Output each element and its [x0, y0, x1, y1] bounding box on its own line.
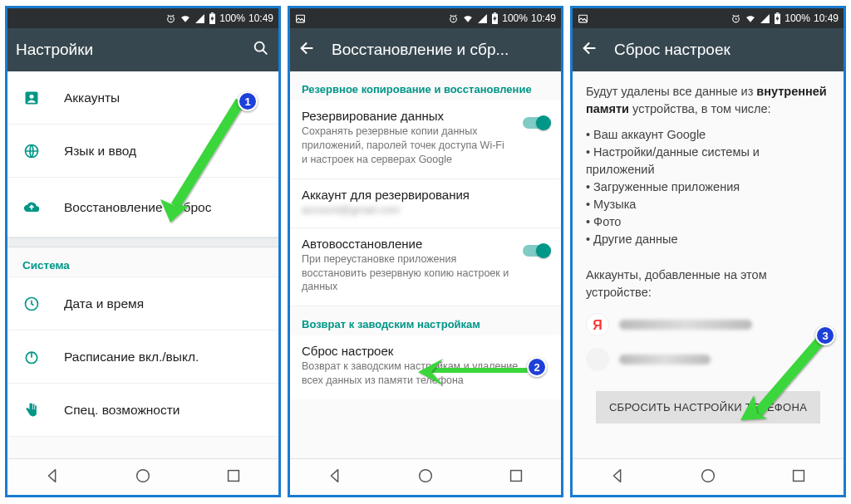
svg-rect-20: [776, 12, 779, 13]
switch-backup[interactable]: [523, 115, 551, 130]
status-bar: 100% 10:49: [573, 8, 844, 28]
back-icon[interactable]: [298, 39, 317, 61]
nav-bar: [573, 458, 844, 495]
settings-row-accessibility[interactable]: Спец. возможности: [7, 384, 278, 437]
section-header-system: Система: [7, 247, 278, 277]
item-autorestore[interactable]: Автовосстановление При переустановке при…: [290, 228, 561, 307]
nav-home-icon[interactable]: [699, 467, 717, 488]
switch-autorestore[interactable]: [523, 243, 551, 258]
power-icon: [22, 349, 41, 365]
battery-percent: 100%: [502, 12, 528, 24]
intro-text-1: Будут удалены все данные из: [586, 85, 756, 98]
list-item: Фото: [586, 213, 830, 231]
clock-text: 10:49: [814, 12, 839, 24]
wifi-icon: [180, 13, 191, 24]
svg-rect-14: [494, 12, 496, 13]
yandex-avatar-icon: Я: [586, 313, 609, 336]
nav-back-icon[interactable]: [326, 467, 344, 488]
svg-point-9: [137, 469, 150, 482]
item-desc: Возврат к заводским настройкам и удалени…: [302, 360, 549, 388]
item-title: Сброс настроек: [302, 344, 549, 358]
clock-text: 10:49: [531, 12, 556, 24]
battery-percent: 100%: [785, 12, 810, 24]
nav-home-icon[interactable]: [134, 467, 152, 488]
signal-icon: [194, 13, 205, 24]
reset-confirm-content: Будут удалены все данные из внутренней п…: [573, 71, 844, 458]
svg-point-3: [255, 42, 264, 51]
item-title: Автовосстановление: [302, 237, 549, 251]
nav-back-icon[interactable]: [608, 467, 627, 488]
section-divider: [7, 237, 278, 247]
avatar-icon: [586, 348, 609, 371]
annotation-badge-3: 3: [815, 325, 835, 345]
battery-icon: [774, 12, 781, 24]
account-row: Я: [586, 313, 830, 336]
settings-list: Аккаунты Язык и ввод Восстановление и сб…: [7, 71, 278, 458]
phone-screen-2: 100% 10:49 Восстановление и сбр... Резер…: [288, 6, 563, 497]
svg-rect-2: [211, 12, 214, 13]
svg-rect-16: [510, 470, 521, 481]
app-bar: Сброс настроек: [573, 28, 844, 71]
list-item: Ваш аккаунт Google: [586, 126, 830, 144]
battery-percent: 100%: [219, 12, 245, 24]
reset-phone-button[interactable]: СБРОСИТЬ НАСТРОЙКИ ТЕЛЕФОНА: [596, 391, 820, 423]
nav-recent-icon[interactable]: [224, 467, 243, 488]
nav-back-icon[interactable]: [43, 467, 61, 488]
account-row: [586, 348, 830, 371]
battery-icon: [491, 12, 499, 24]
alarm-icon: [165, 13, 176, 24]
annotation-badge-2: 2: [527, 357, 547, 377]
phone-screen-3: 100% 10:49 Сброс настроек Будут удалены …: [570, 6, 846, 497]
item-backup-data[interactable]: Резервирование данных Сохранять резервны…: [290, 100, 561, 179]
list-item: Другие данные: [586, 231, 830, 248]
item-desc: Сохранять резервные копии данных приложе…: [302, 125, 549, 167]
svg-point-5: [30, 94, 34, 98]
settings-row-schedule[interactable]: Расписание вкл./выкл.: [7, 330, 278, 384]
item-desc: При переустановке приложения восстановит…: [302, 252, 549, 295]
search-icon[interactable]: [252, 39, 270, 61]
account-icon: [22, 90, 41, 106]
image-icon: [295, 13, 306, 24]
app-bar: Восстановление и сбр...: [290, 28, 561, 71]
wifi-icon: [462, 13, 474, 24]
item-title: Резервирование данных: [302, 109, 549, 123]
status-bar: 100% 10:49: [7, 8, 278, 28]
blurred-email: [619, 320, 752, 330]
settings-row-datetime[interactable]: Дата и время: [7, 277, 278, 330]
item-backup-account[interactable]: Аккаунт для резервирования account@gmail…: [290, 179, 561, 228]
clock-icon: [22, 296, 41, 312]
page-title: Настройки: [16, 41, 237, 59]
annotation-badge-1: 1: [238, 91, 258, 111]
blurred-account: account@gmail.com: [302, 203, 549, 216]
blurred-email: [619, 355, 711, 365]
settings-row-language[interactable]: Язык и ввод: [7, 125, 278, 178]
hand-icon: [22, 402, 41, 418]
nav-home-icon[interactable]: [416, 467, 435, 488]
status-bar: 100% 10:49: [290, 8, 561, 28]
settings-row-backup-reset[interactable]: Восстановление и сброс: [7, 178, 278, 237]
wifi-icon: [745, 13, 756, 24]
svg-point-15: [420, 469, 432, 482]
list-item: Настройки/данные системы и приложений: [586, 144, 830, 179]
back-icon[interactable]: [581, 39, 599, 61]
row-label: Язык и ввод: [64, 144, 136, 159]
clock-text: 10:49: [248, 12, 273, 24]
backup-reset-content: Резервное копирование и восстановление Р…: [290, 71, 561, 458]
erase-list: Ваш аккаунт Google Настройки/данные сист…: [586, 126, 830, 248]
page-title: Восстановление и сбр...: [332, 41, 553, 59]
accounts-intro: Аккаунты, добавленные на этом устройстве…: [586, 267, 830, 301]
image-icon: [578, 13, 588, 24]
nav-recent-icon[interactable]: [507, 467, 525, 488]
svg-rect-10: [228, 470, 239, 481]
item-factory-reset[interactable]: Сброс настроек Возврат к заводским настр…: [290, 335, 561, 399]
nav-bar: [7, 458, 278, 495]
app-bar: Настройки: [7, 28, 278, 71]
svg-point-21: [702, 469, 715, 482]
page-title: Сброс настроек: [614, 41, 835, 59]
row-label: Расписание вкл./выкл.: [64, 350, 199, 365]
row-label: Спец. возможности: [64, 403, 180, 418]
signal-icon: [760, 13, 770, 24]
row-label: Восстановление и сброс: [64, 200, 211, 215]
globe-icon: [22, 143, 41, 159]
nav-recent-icon[interactable]: [790, 467, 808, 488]
